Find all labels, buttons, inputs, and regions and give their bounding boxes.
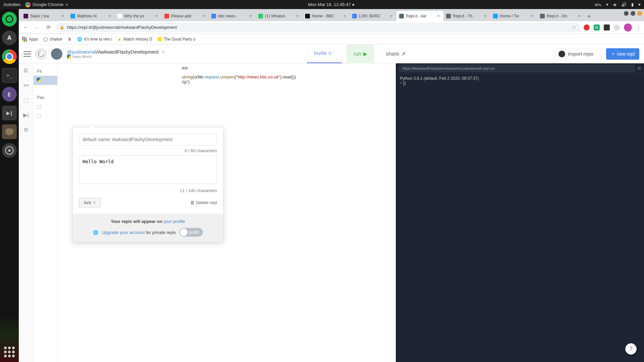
wifi-icon[interactable]: ◈	[613, 2, 616, 7]
browser-tab[interactable]: LON: BARC×	[350, 11, 396, 21]
volume-icon[interactable]: 🔊	[621, 2, 627, 7]
browser-tab[interactable]: Slack | tea×	[21, 11, 68, 21]
repl-description-input[interactable]	[79, 155, 217, 184]
ext-icon-2[interactable]: R	[594, 24, 600, 31]
bookmark-rein[interactable]: 🌐It's time to rein i	[77, 37, 112, 42]
clock[interactable]: Mon Mar 16, 12:45:47 ●	[308, 2, 355, 7]
active-app[interactable]: Google Chrome ▾	[25, 2, 68, 7]
bookmark-chalice[interactable]: ◯chalice	[43, 37, 62, 42]
terminal-output[interactable]: Python 3.8.1 (default, Feb 2 2020, 08:37…	[396, 73, 644, 362]
battery-icon[interactable]: ▮	[631, 2, 634, 7]
user-avatar[interactable]	[51, 48, 62, 60]
share-button[interactable]: share ⇗	[379, 45, 412, 63]
back-button[interactable]: ←	[21, 23, 30, 32]
package-row-2[interactable]: ⬚	[34, 111, 57, 120]
dock-settings[interactable]	[2, 143, 17, 158]
close-tab-icon[interactable]: ×	[201, 14, 206, 18]
new-tab-button[interactable]: +	[584, 12, 594, 21]
vcs-icon[interactable]: ⚯	[23, 82, 30, 89]
browser-tab[interactable]: Repl.it - Aw×	[396, 11, 443, 21]
power-menu[interactable]: ▾	[638, 2, 641, 7]
browser-tab[interactable]: Why the yo×	[115, 11, 162, 21]
file-row-selected[interactable]	[34, 76, 57, 85]
dock-terminal[interactable]	[2, 68, 17, 83]
invite-button[interactable]: invite ⎋⁺	[307, 45, 342, 63]
replit-logo[interactable]	[36, 49, 46, 59]
close-tab-icon[interactable]: ×	[60, 14, 65, 18]
activities-button[interactable]: Activities	[3, 2, 20, 7]
menu-button[interactable]	[23, 51, 31, 57]
your-profile-link[interactable]: your profile	[163, 219, 185, 224]
dock-emacs[interactable]	[2, 87, 17, 102]
close-tab-icon[interactable]: ×	[107, 14, 112, 18]
public-toggle[interactable]: public	[179, 228, 203, 237]
github-icon	[558, 51, 565, 57]
favicon	[305, 14, 310, 18]
browser-tab[interactable]: Repl.it - Th×	[443, 11, 490, 21]
bookmark-goodparts[interactable]: The Good Parts o	[158, 37, 196, 42]
side-icon-rail: 🗎 ⚯ ⬚ ▶| ⚙	[19, 63, 34, 362]
browser-tab[interactable]: Matthieu N×	[68, 11, 115, 21]
dock-media-player[interactable]	[2, 106, 17, 120]
close-tab-icon[interactable]: ×	[483, 14, 488, 18]
terminal-url-input[interactable]	[399, 65, 635, 72]
package-row-1[interactable]: ⬚	[34, 102, 57, 111]
fork-button[interactable]: fork ⑂	[79, 198, 101, 207]
ext-icon-3[interactable]	[604, 24, 610, 31]
address-bar[interactable]: 🔒 https://repl.it/@justinworrall/Awkward…	[56, 23, 580, 32]
close-tab-icon[interactable]: ×	[577, 14, 582, 18]
browser-tab[interactable]: Home / Tw×	[490, 11, 537, 21]
help-button[interactable]: ?	[625, 343, 637, 355]
tab-title: LON: BARC	[359, 14, 387, 18]
dock-software-updater[interactable]	[2, 31, 17, 45]
browser-tab[interactable]: Home - BBC×	[303, 11, 350, 21]
profile-avatar[interactable]	[624, 23, 632, 32]
network-icon[interactable]: ▾	[606, 2, 608, 7]
dock-chrome[interactable]	[2, 49, 17, 64]
favicon	[540, 14, 545, 18]
dock-gimp[interactable]	[2, 124, 17, 139]
python-icon	[37, 78, 41, 82]
close-tab-icon[interactable]: ×	[530, 14, 535, 18]
close-tab-icon[interactable]: ×	[248, 14, 253, 18]
show-applications[interactable]	[4, 347, 15, 357]
close-tab-icon[interactable]: ×	[436, 14, 441, 18]
share-icon: ⇗	[401, 51, 406, 57]
dock-spotify[interactable]	[2, 12, 17, 26]
bookmark-blank[interactable]: 🗎	[68, 37, 72, 42]
browser-tab[interactable]: bbc news -×	[209, 11, 256, 21]
close-button[interactable]	[637, 11, 642, 16]
bookmark-match[interactable]: ▲Match History D	[117, 37, 152, 42]
ext-icon-1[interactable]	[584, 24, 590, 31]
edit-icon[interactable]: ✎	[162, 50, 165, 55]
minimize-button[interactable]	[624, 11, 629, 16]
browser-tab[interactable]: (1) WhatsA×	[256, 11, 303, 21]
chrome-menu[interactable]: ⋮	[636, 24, 641, 31]
lang-indicator[interactable]: en₁	[595, 2, 601, 7]
files-icon[interactable]: 🗎	[23, 67, 30, 74]
repl-name-input[interactable]	[79, 133, 217, 145]
close-tab-icon[interactable]: ×	[154, 14, 159, 18]
window-controls	[624, 11, 642, 16]
browser-tab[interactable]: Please add×	[162, 11, 209, 21]
run-button[interactable]: run ▶	[346, 45, 374, 63]
close-tab-icon[interactable]: ×	[389, 14, 394, 18]
upgrade-account-link[interactable]: Upgrade your account	[102, 230, 145, 235]
settings-icon[interactable]: ⚙	[23, 126, 30, 133]
packages-icon[interactable]: ⬚	[23, 97, 30, 104]
forward-button[interactable]: →	[33, 23, 41, 32]
star-icon[interactable]: ☆	[572, 25, 576, 30]
debugger-icon[interactable]: ▶|	[23, 112, 30, 118]
open-external-icon[interactable]: ⧉	[638, 66, 641, 71]
maximize-button[interactable]	[631, 11, 635, 16]
browser-tab[interactable]: Repl.it - On×	[537, 11, 584, 21]
reload-button[interactable]: ⟳	[44, 23, 52, 32]
apps-shortcut[interactable]: Apps	[22, 37, 38, 42]
new-repl-button[interactable]: ＋ new repl	[606, 48, 639, 60]
close-tab-icon[interactable]: ×	[295, 14, 300, 18]
delete-repl-link[interactable]: 🗑 Delete repl	[190, 200, 217, 205]
import-repo-button[interactable]: import repo	[554, 51, 598, 57]
close-tab-icon[interactable]: ×	[342, 14, 347, 18]
breadcrumb-user[interactable]: @justinworrall	[67, 49, 97, 55]
ext-icon-4[interactable]	[614, 24, 620, 31]
